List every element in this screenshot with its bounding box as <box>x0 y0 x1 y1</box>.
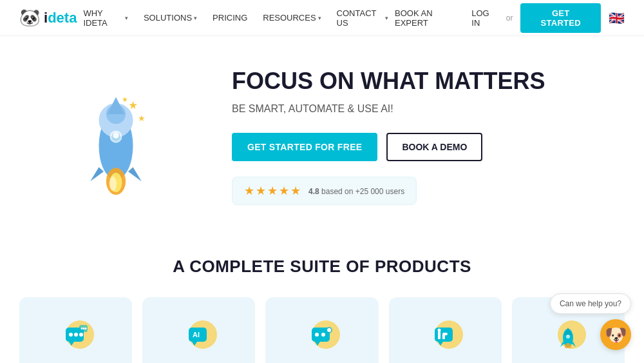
svg-point-14 <box>113 132 118 138</box>
svg-marker-38 <box>438 342 443 346</box>
hero-subtitle: BE SMART, AUTOMATE & USE AI! <box>232 103 605 115</box>
products-title: A COMPLETE SUITE OF PRODUCTS <box>19 257 625 277</box>
chatbot-icon: AI <box>178 315 220 357</box>
nav-item-resources[interactable]: RESOURCES ▾ <box>256 9 327 26</box>
hero-title: FOCUS ON WHAT MATTERS <box>232 68 605 94</box>
rating-info: 4.8 based on +25 000 users <box>308 185 404 197</box>
svg-marker-30 <box>315 342 320 346</box>
nav-or-text: or <box>506 14 513 23</box>
svg-point-16 <box>69 333 73 337</box>
product-card-community[interactable]: AI Community Manager Like and/or answer … <box>265 297 378 363</box>
rating-text: 4.8 based on +25 000 users <box>308 187 404 196</box>
svg-point-17 <box>74 333 78 337</box>
logo-text: ideta <box>44 10 77 26</box>
chat-widget: Can we help you? 🐶 <box>550 293 631 350</box>
svg-text:AI: AI <box>193 331 200 338</box>
login-link[interactable]: LOG IN <box>471 8 498 28</box>
get-started-button[interactable]: GET STARTED <box>520 3 601 33</box>
language-flag-icon[interactable]: 🇬🇧 <box>609 10 625 26</box>
svg-point-21 <box>80 328 82 329</box>
hero-content: FOCUS ON WHAT MATTERS BE SMART, AUTOMATE… <box>232 68 605 205</box>
nav-right: BOOK AN EXPERT LOG IN or GET STARTED 🇬🇧 <box>395 3 625 33</box>
chevron-down-icon: ▾ <box>125 15 128 21</box>
hero-buttons: GET STARTED FOR FREE BOOK A DEMO <box>232 133 605 161</box>
svg-text:★: ★ <box>138 113 146 123</box>
nav-item-pricing[interactable]: PRICING <box>206 9 254 26</box>
rating-stars: ★★★★★ <box>244 184 302 198</box>
rocket-illustration: ★ ★ ★ <box>52 79 180 195</box>
navbar: 🐼 ideta WHY IDETA ▾ SOLUTIONS ▾ PRICING … <box>0 0 644 36</box>
hero-section: ★ ★ ★ FOCUS ON WHAT MATTERS BE SMART, AU… <box>0 36 644 231</box>
chevron-down-icon: ▾ <box>194 15 197 21</box>
linkedin-icon <box>424 315 466 357</box>
svg-text:★: ★ <box>122 95 128 103</box>
svg-point-32 <box>327 328 331 332</box>
product-card-chatbot[interactable]: AI AI Chatbot Build your own chatbot wit… <box>142 297 255 363</box>
chat-avatar-button[interactable]: 🐶 <box>600 319 631 350</box>
svg-rect-34 <box>438 331 440 339</box>
product-card-livechat[interactable]: Livechat Start interacting with your cus… <box>19 297 132 363</box>
svg-text:★: ★ <box>128 99 138 112</box>
svg-marker-6 <box>90 167 104 181</box>
logo-panda-icon: 🐼 <box>19 8 40 28</box>
svg-point-22 <box>82 328 84 329</box>
svg-point-23 <box>84 328 86 329</box>
svg-point-28 <box>315 333 319 337</box>
chat-bubble: Can we help you? <box>550 293 631 314</box>
svg-point-36 <box>438 328 441 331</box>
nav-item-solutions[interactable]: SOLUTIONS ▾ <box>137 9 204 26</box>
svg-marker-26 <box>192 342 197 346</box>
svg-point-18 <box>79 333 83 337</box>
rating-badge: ★★★★★ 4.8 based on +25 000 users <box>232 177 417 205</box>
svg-rect-37 <box>442 333 448 335</box>
get-started-free-button[interactable]: GET STARTED FOR FREE <box>232 133 377 161</box>
product-card-linkedin[interactable]: AI Assistant for Linkedin Generate comme… <box>389 297 502 363</box>
svg-point-10 <box>109 176 117 191</box>
chevron-down-icon: ▾ <box>385 15 388 21</box>
book-demo-button[interactable]: BOOK A DEMO <box>386 133 482 161</box>
livechat-icon <box>55 315 97 357</box>
nav-links: WHY IDETA ▾ SOLUTIONS ▾ PRICING RESOURCE… <box>77 5 395 32</box>
logo[interactable]: 🐼 ideta <box>19 8 77 28</box>
community-icon <box>301 315 343 357</box>
nav-item-why-ideta[interactable]: WHY IDETA ▾ <box>77 5 135 32</box>
nav-item-contact[interactable]: CONTACT US ▾ <box>330 5 395 32</box>
svg-marker-7 <box>128 167 142 181</box>
products-section: A COMPLETE SUITE OF PRODUCTS <box>0 231 644 363</box>
svg-point-29 <box>321 333 325 337</box>
hero-illustration: ★ ★ ★ <box>39 79 193 195</box>
svg-marker-19 <box>69 342 74 346</box>
chevron-down-icon: ▾ <box>318 15 321 21</box>
book-expert-link[interactable]: BOOK AN EXPERT <box>395 8 464 28</box>
products-grid: Livechat Start interacting with your cus… <box>19 297 625 363</box>
